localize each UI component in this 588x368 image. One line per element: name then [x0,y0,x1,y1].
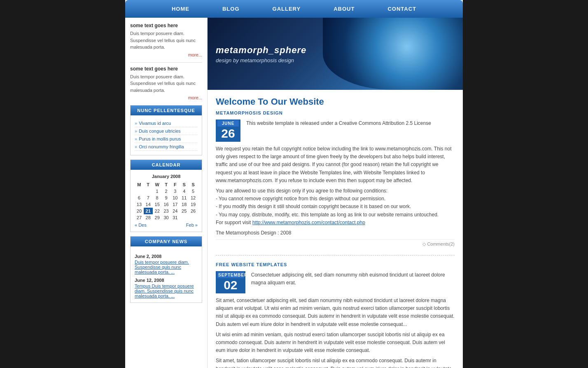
sidebar-divider-1 [130,62,202,63]
sidebar-block-2: some text goes here Duis tempor posuere … [130,66,202,101]
cal-cell[interactable]: 6 [135,195,144,201]
nav-item-blog[interactable]: BLOG [206,0,256,18]
post-1-intro: This website template is released under … [246,120,431,142]
cal-cell[interactable]: 29 [153,214,162,221]
cal-header: T [162,181,171,188]
cal-cell[interactable]: 4 [180,188,189,195]
cal-cell[interactable]: 22 [153,208,162,214]
main-body: Welcome To Our Website METAMORPHOSIS DES… [208,90,463,368]
cal-cell[interactable]: 5 [189,188,198,195]
cal-cell[interactable]: 3 [170,188,180,195]
post-2-body2: Ut wisi enim ad minim veniam, quis nostr… [216,331,455,355]
nunc-list-item: Orci nonummy fringilla [135,143,198,151]
post-2-month: SEPTEMBER [217,272,244,278]
cal-cell[interactable]: 2 [162,188,171,195]
banner-globe [323,18,463,90]
cal-cell[interactable]: 26 [189,208,198,214]
cal-cell[interactable]: 24 [170,208,180,214]
cal-cell[interactable]: 23 [162,208,171,214]
cal-header: S [180,181,189,188]
post-divider [216,255,455,255]
company-news-widget: COMPANY NEWS June 2, 2008Duis tempor pos… [130,236,202,303]
cal-cell [189,214,198,221]
banner-subtitle: design by metamorphosis design [216,57,306,63]
news-date: June 2, 2008 [135,254,198,259]
header-banner: metamorph_sphere design by metamorphosis… [208,18,463,90]
post-2-body3: Sit amet, tation ullamcorper suscipit lo… [216,357,455,368]
cal-cell[interactable]: 15 [153,201,162,208]
nunc-list-link[interactable]: Duis congue ultricies [139,129,181,134]
nunc-widget: NUNC PELLENTESQUE Vivamus id arcuDuis co… [130,105,202,155]
nunc-list: Vivamus id arcuDuis congue ultriciesPuru… [135,120,198,151]
post-1-label: METAMORPHOSIS DESIGN [216,110,455,115]
cal-cell[interactable]: 21 [144,208,153,214]
news-link[interactable]: Duis tempor posuere diam. Suspendisse qu… [135,260,189,274]
company-news-title: COMPANY NEWS [131,237,202,246]
company-news-content: June 2, 2008Duis tempor posuere diam. Su… [131,246,202,302]
cal-cell[interactable]: 19 [189,201,198,208]
news-text: Tempus Duis tempor posuere diam. Suspend… [135,284,198,298]
cal-cell[interactable]: 31 [170,214,180,221]
support-link[interactable]: http://www.metamorphozis.com/contact/con… [252,220,365,225]
post-2-label: FREE WEBSITE TEMPLATES [216,262,455,267]
post-2-header: SEPTEMBER 02 Consectetuer adipiscing eli… [216,271,455,293]
nunc-list-link[interactable]: Purus in mollis purus [139,136,181,141]
cal-cell[interactable]: 10 [170,195,180,201]
post-1-header: JUNE 26 This website template is release… [216,120,455,142]
cal-cell[interactable]: 12 [189,195,198,201]
post-1-day: 26 [217,127,239,140]
news-link[interactable]: Tempus Duis tempor posuere diam. Suspend… [135,284,194,298]
sidebar: some text goes here Duis tempor posuere … [125,18,208,368]
calendar-widget: CALENDAR January 2008 MTWTFSS 1234567891… [130,159,202,232]
cal-cell[interactable]: 17 [170,201,180,208]
sidebar-block-1-title: some text goes here [130,23,202,28]
cal-cell[interactable]: 11 [180,195,189,201]
nunc-title: NUNC PELLENTESQUE [131,105,202,115]
sidebar-block-2-more[interactable]: more... [130,95,202,100]
cal-cell[interactable]: 7 [144,195,153,201]
post-2-date-badge: SEPTEMBER 02 [216,271,245,293]
cal-prev[interactable]: « Des [135,223,147,227]
cal-header: W [153,181,162,188]
post-1-comments[interactable]: Comments(2) [427,241,455,246]
news-date: June 12, 2008 [135,278,198,283]
sidebar-block-1-more[interactable]: more... [130,52,202,57]
sidebar-block-1-body: Duis tempor posuere diam. Suspendisse ve… [130,30,202,51]
cal-header: F [170,181,180,188]
cal-cell[interactable]: 25 [180,208,189,214]
cal-cell [180,214,189,221]
nav-item-about[interactable]: ABOUT [317,0,371,18]
sidebar-block-1: some text goes here Duis tempor posuere … [130,23,202,57]
post-2-intro: Consectetuer adipiscing elit, sed diam n… [251,271,455,293]
calendar-nav: « Des Feb » [135,223,198,227]
cal-cell[interactable]: 27 [135,214,144,221]
sidebar-block-2-body: Duis tempor posuere diam. Suspendisse ve… [130,73,202,94]
cal-cell [135,188,144,195]
banner-title: metamorph_sphere [216,45,306,55]
calendar-month-year: January 2008 [135,174,198,179]
cal-cell[interactable]: 14 [144,201,153,208]
post-1-body2: You are allowed to use this design only … [216,187,455,227]
news-text: Duis tempor posuere diam. Suspendisse qu… [135,260,198,274]
cal-next[interactable]: Feb » [186,223,198,227]
cal-cell[interactable]: 30 [162,214,171,221]
cal-cell[interactable]: 16 [162,201,171,208]
post-1-month: JUNE [217,120,239,127]
cal-header: T [144,181,153,188]
nunc-list-item: Vivamus id arcu [135,120,198,127]
nunc-list-link[interactable]: Vivamus id arcu [139,121,171,126]
cal-cell[interactable]: 9 [162,195,171,201]
nav-item-contact[interactable]: CONTACT [371,0,433,18]
post-2-day: 02 [217,278,244,292]
nav-item-home[interactable]: HOME [155,0,206,18]
cal-header: M [135,181,144,188]
cal-cell[interactable]: 8 [153,195,162,201]
nav-item-gallery[interactable]: GALLERY [256,0,317,18]
cal-cell[interactable]: 1 [153,188,162,195]
cal-cell[interactable]: 13 [135,201,144,208]
post-1: METAMORPHOSIS DESIGN JUNE 26 This websit… [216,110,455,247]
cal-cell[interactable]: 20 [135,208,144,214]
cal-cell[interactable]: 18 [180,201,189,208]
nunc-list-link[interactable]: Orci nonummy fringilla [139,144,184,149]
cal-cell[interactable]: 28 [144,214,153,221]
